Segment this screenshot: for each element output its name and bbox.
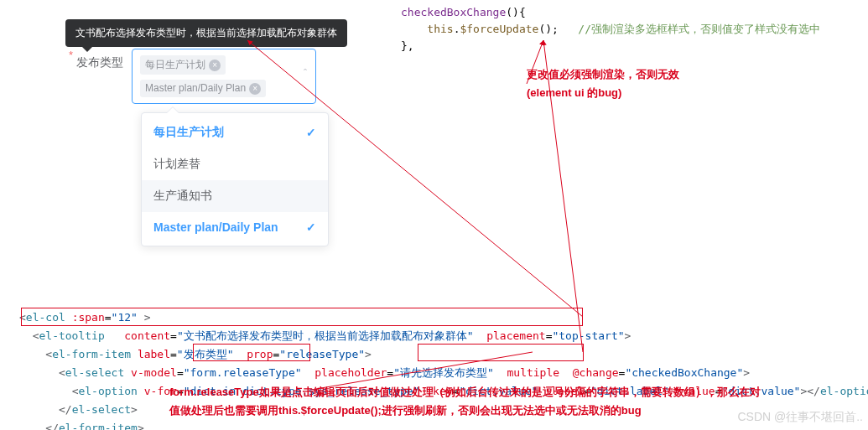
release-type-select[interactable]: 每日生产计划× Master plan/Daily Plan× ˆ xyxy=(132,49,316,104)
dropdown-option[interactable]: Master plan/Daily Plan✓ xyxy=(142,212,328,242)
tag-item[interactable]: 每日生产计划× xyxy=(140,55,226,75)
watermark: CSDN @往事不堪回首.. xyxy=(737,410,863,425)
force-update-call: this xyxy=(427,23,453,35)
dropdown-option[interactable]: 每日生产计划✓ xyxy=(142,117,328,148)
highlight-box-change-handler xyxy=(418,344,584,361)
dropdown-option[interactable]: 生产通知书 xyxy=(142,180,328,212)
tag-close-icon[interactable]: × xyxy=(209,60,221,71)
tooltip-text: 文书配布选择发布类型时，根据当前选择加载配布对象群体 xyxy=(75,27,337,39)
tooltip: 文书配布选择发布类型时，根据当前选择加载配布对象群体 xyxy=(65,19,347,47)
form-row: * 发布类型 每日生产计划× Master plan/Daily Plan× ˆ xyxy=(69,49,316,104)
select-dropdown: 每日生产计划✓ 计划差替 生产通知书 Master plan/Daily Pla… xyxy=(141,112,329,246)
code-snippet-top: checkedBoxChange(){ this.$forceUpdate();… xyxy=(401,4,820,54)
highlight-box-tooltip-line xyxy=(21,308,583,326)
form-label: 发布类型 xyxy=(76,49,123,70)
tag-item[interactable]: Master plan/Daily Plan× xyxy=(140,80,266,97)
check-icon: ✓ xyxy=(306,220,316,234)
chevron-up-icon[interactable]: ˆ xyxy=(304,68,307,80)
tag-close-icon[interactable]: × xyxy=(249,83,261,95)
annotation-bottom: form.releaseType如果是点击编辑页面后对值做过处理（例如后台传过来… xyxy=(169,383,761,420)
required-star: * xyxy=(69,49,73,61)
check-icon: ✓ xyxy=(306,126,316,139)
annotation-force-render: 更改值必须强制渲染，否则无效 (element ui 的bug) xyxy=(527,65,679,102)
highlight-box-vmodel xyxy=(193,344,310,361)
dropdown-option[interactable]: 计划差替 xyxy=(142,148,328,180)
